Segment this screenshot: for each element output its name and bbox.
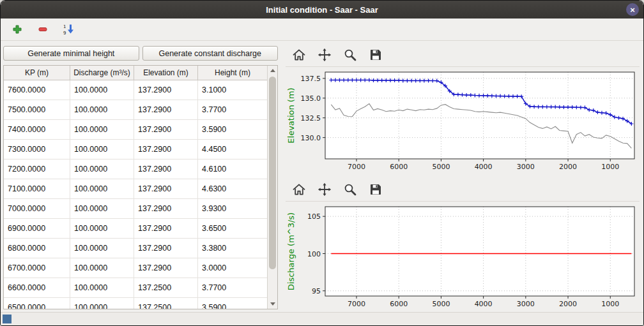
table-cell[interactable]: 100.0000: [70, 140, 134, 159]
zoom-button[interactable]: [341, 46, 360, 64]
scrollbar-thumb[interactable]: [269, 77, 276, 269]
x-tick-label: 6000: [390, 300, 408, 308]
pan-button[interactable]: [315, 181, 334, 198]
table-row[interactable]: 7100.0000100.0000137.29004.6300: [4, 179, 267, 199]
table-row[interactable]: 6800.0000100.0000137.29003.3800: [4, 239, 267, 258]
table-row[interactable]: 6600.0000100.0000137.25003.7700: [4, 278, 267, 298]
table-cell[interactable]: 7600.0000: [4, 80, 70, 100]
table-row[interactable]: 6900.0000100.0000137.29003.6500: [4, 219, 267, 239]
elevation-plot-canvas[interactable]: 7000600050004000300020001000130.0132.513…: [286, 67, 640, 178]
sort-digit-bottom: 9: [63, 31, 66, 36]
close-button[interactable]: ×: [626, 3, 639, 16]
titlebar[interactable]: Initial condition - Saar - Saar ×: [1, 1, 643, 19]
zoom-button[interactable]: [341, 181, 360, 198]
save-button[interactable]: [366, 46, 385, 64]
table-cell[interactable]: 3.0000: [198, 258, 267, 278]
table-cell[interactable]: 3.3800: [198, 239, 267, 258]
home-button[interactable]: [289, 46, 309, 64]
generate-constant-discharge-button[interactable]: Generate constant discharge: [142, 46, 279, 61]
table-cell[interactable]: 6600.0000: [4, 278, 70, 297]
table-cell[interactable]: 100.0000: [70, 258, 134, 278]
table-cell[interactable]: 3.5900: [198, 298, 267, 309]
table-cell[interactable]: 7100.0000: [4, 179, 70, 198]
table-cell[interactable]: 100.0000: [70, 159, 134, 179]
column-header[interactable]: Elevation (m): [134, 66, 198, 80]
table-cell[interactable]: 3.5900: [198, 120, 267, 139]
left-panel: Generate minimal height Generate constan…: [1, 41, 280, 312]
table-cell[interactable]: 137.2900: [134, 100, 198, 119]
save-button[interactable]: [366, 181, 385, 198]
discharge-chart[interactable]: 700060005000400030002000100095100105Disc…: [286, 203, 640, 313]
table-main: KP (m)Discharge (m³/s)Elevation (m)Heigh…: [4, 66, 267, 309]
table-cell[interactable]: 137.2500: [134, 298, 198, 309]
scrollbar-track[interactable]: [268, 75, 277, 299]
table-cell[interactable]: 3.7700: [198, 278, 267, 297]
column-header[interactable]: KP (m): [4, 66, 70, 80]
elevation-chart[interactable]: 7000600050004000300020001000130.0132.513…: [286, 68, 640, 175]
table-cell[interactable]: 137.2900: [134, 80, 198, 100]
table-row[interactable]: 7300.0000100.0000137.29004.4500: [4, 140, 267, 159]
table-cell[interactable]: 6700.0000: [4, 258, 70, 278]
add-row-button[interactable]: [8, 21, 26, 38]
down-arrow-icon: [270, 302, 275, 306]
x-tick-label: 2000: [559, 300, 577, 308]
table-cell[interactable]: 7400.0000: [4, 120, 70, 139]
scroll-up-button[interactable]: [268, 66, 277, 75]
table-cell[interactable]: 7000.0000: [4, 199, 70, 218]
table-cell[interactable]: 7500.0000: [4, 100, 70, 119]
table-cell[interactable]: 137.2900: [134, 120, 198, 139]
table-row[interactable]: 7600.0000100.0000137.29003.1000: [4, 80, 267, 100]
table-row[interactable]: 7400.0000100.0000137.29003.5900: [4, 120, 267, 140]
table-cell[interactable]: 137.2900: [134, 179, 198, 198]
table-cell[interactable]: 100.0000: [70, 298, 134, 309]
table-row[interactable]: 7200.0000100.0000137.29004.6100: [4, 159, 267, 179]
scroll-down-button[interactable]: [268, 299, 277, 309]
x-tick-label: 4000: [475, 300, 493, 308]
table-cell[interactable]: 6500.0000: [4, 298, 70, 309]
table-cell[interactable]: 100.0000: [70, 239, 134, 258]
table-cell[interactable]: 3.7700: [198, 100, 267, 119]
table-cell[interactable]: 137.2500: [134, 278, 198, 297]
home-button[interactable]: [289, 181, 309, 198]
table-row[interactable]: 7000.0000100.0000137.29003.9300: [4, 199, 267, 219]
pan-button[interactable]: [315, 46, 334, 64]
table-row[interactable]: 6700.0000100.0000137.29003.0000: [4, 258, 267, 278]
table-cell[interactable]: 4.4500: [198, 140, 267, 159]
vertical-scrollbar[interactable]: [267, 66, 277, 309]
remove-row-button[interactable]: [34, 21, 52, 38]
y-tick-label: 95: [312, 287, 321, 295]
plot-background: [325, 207, 634, 296]
table-cell[interactable]: 7300.0000: [4, 140, 70, 159]
table-cell[interactable]: 100.0000: [70, 100, 134, 119]
table-cell[interactable]: 7200.0000: [4, 159, 70, 179]
table-cell[interactable]: 100.0000: [70, 278, 134, 297]
data-table: KP (m)Discharge (m³/s)Elevation (m)Heigh…: [3, 65, 278, 309]
table-row[interactable]: 7500.0000100.0000137.29003.7700: [4, 100, 267, 120]
table-cell[interactable]: 100.0000: [70, 199, 134, 218]
discharge-plot-canvas[interactable]: 700060005000400030002000100095100105Disc…: [286, 202, 640, 315]
table-cell[interactable]: 100.0000: [70, 179, 134, 198]
table-row[interactable]: 6500.0000100.0000137.25003.5900: [4, 298, 267, 309]
table-cell[interactable]: 137.2900: [134, 258, 198, 278]
y-axis-label: Elevation (m): [286, 87, 296, 143]
table-cell[interactable]: 4.6300: [198, 179, 267, 198]
table-cell[interactable]: 3.9300: [198, 199, 267, 218]
table-cell[interactable]: 100.0000: [70, 80, 134, 100]
table-cell[interactable]: 137.2900: [134, 140, 198, 159]
column-header[interactable]: Discharge (m³/s): [70, 66, 134, 80]
table-cell[interactable]: 4.6100: [198, 159, 267, 179]
table-cell[interactable]: 6900.0000: [4, 219, 70, 238]
table-cell[interactable]: 6800.0000: [4, 239, 70, 258]
table-cell[interactable]: 137.2900: [134, 159, 198, 179]
table-cell[interactable]: 137.2900: [134, 219, 198, 238]
table-cell[interactable]: 3.6500: [198, 219, 267, 238]
table-cell[interactable]: 100.0000: [70, 120, 134, 139]
x-tick-label: 3000: [517, 300, 535, 308]
table-cell[interactable]: 100.0000: [70, 219, 134, 238]
table-cell[interactable]: 137.2900: [134, 239, 198, 258]
generate-minimal-height-button[interactable]: Generate minimal height: [3, 46, 139, 61]
table-cell[interactable]: 3.1000: [198, 80, 267, 100]
sort-button[interactable]: 1 9: [59, 21, 77, 38]
column-header[interactable]: Height (m): [198, 66, 267, 80]
table-cell[interactable]: 137.2900: [134, 199, 198, 218]
